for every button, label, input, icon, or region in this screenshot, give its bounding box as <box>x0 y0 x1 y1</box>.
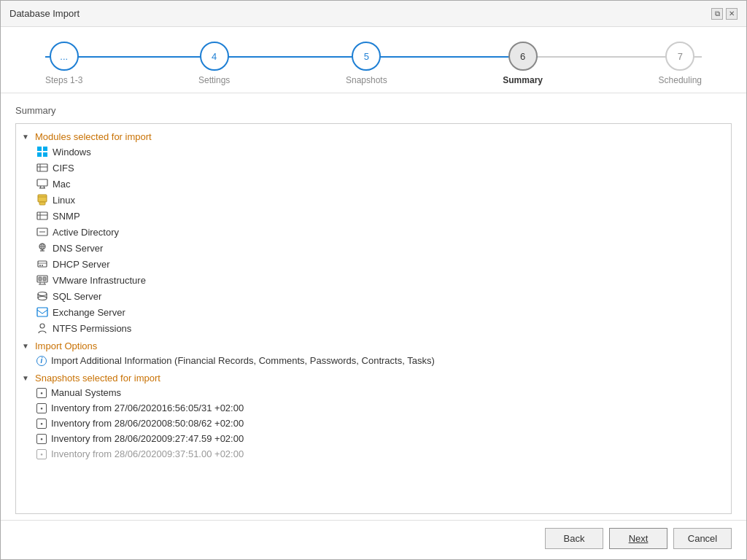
svg-rect-31 <box>43 277 46 281</box>
group-snapshots-label: Snapshots selected for import <box>35 373 160 384</box>
active-directory-icon <box>36 226 48 238</box>
step-scheduling[interactable]: 7 Scheduling <box>659 42 702 85</box>
step-circle-settings: 4 <box>200 42 229 71</box>
camera-icon-manual <box>36 388 47 398</box>
item-linux: Linux <box>34 192 728 208</box>
step-label-steps13: Steps 1-3 <box>45 75 82 85</box>
item-inventory-4-label: Inventory from 28/06/202009:37:51.00 +02… <box>51 448 244 459</box>
camera-icon-inv3 <box>36 434 47 444</box>
tree-container: ▼ Modules selected for import <box>15 123 732 514</box>
dhcp-icon <box>36 258 48 270</box>
collapse-icon-snapshots: ▼ <box>22 374 32 382</box>
svg-point-28 <box>42 265 43 266</box>
svg-point-40 <box>40 324 44 328</box>
group-import-options-label: Import Options <box>35 341 97 351</box>
item-mac: Mac <box>34 176 728 192</box>
tree-scroll[interactable]: ▼ Modules selected for import <box>16 124 731 513</box>
step-circle-scheduling: 7 <box>665 42 694 71</box>
camera-icon-inv4 <box>36 449 47 459</box>
group-modules: ▼ Modules selected for import <box>19 130 728 336</box>
item-snmp: SNMP <box>34 208 728 224</box>
window-title: Database Import <box>9 8 80 19</box>
item-dns-server: DNS Server <box>34 240 728 256</box>
collapse-icon-modules: ▼ <box>22 133 32 141</box>
windows-icon <box>36 146 48 158</box>
item-snmp-label: SNMP <box>53 211 80 222</box>
step-circle-steps13: ... <box>50 42 79 71</box>
group-import-options-header[interactable]: ▼ Import Options <box>19 339 728 353</box>
mac-icon <box>36 178 48 190</box>
step-settings[interactable]: 4 Settings <box>198 42 230 85</box>
next-button[interactable]: Next <box>609 528 667 549</box>
restore-button[interactable]: ⧉ <box>711 8 723 20</box>
svg-rect-2 <box>37 152 42 157</box>
svg-rect-11 <box>38 195 47 202</box>
steps-track: ... Steps 1-3 4 Settings 5 Snapshots 6 <box>45 42 702 85</box>
dns-icon <box>36 242 48 254</box>
svg-rect-0 <box>37 147 42 151</box>
item-mac-label: Mac <box>53 179 71 190</box>
item-dhcp-label: DHCP Server <box>53 259 110 270</box>
svg-rect-1 <box>43 147 47 151</box>
item-ntfs: NTFS Permissions <box>34 320 728 336</box>
item-ntfs-label: NTFS Permissions <box>53 323 131 334</box>
item-exchange-label: Exchange Server <box>53 307 125 318</box>
item-inventory-3: Inventory from 28/06/202009:27:47.59 +02… <box>34 431 728 446</box>
item-dns-label: DNS Server <box>53 243 103 254</box>
item-inventory-2: Inventory from 28/06/202008:50:08/62 +02… <box>34 416 728 431</box>
item-inventory-2-label: Inventory from 28/06/202008:50:08/62 +02… <box>51 418 244 429</box>
exchange-icon <box>36 306 48 318</box>
ntfs-icon <box>36 322 48 334</box>
step-snapshots[interactable]: 5 Snapshots <box>346 42 387 85</box>
svg-point-35 <box>38 292 47 296</box>
svg-rect-30 <box>39 277 42 281</box>
step-steps13[interactable]: ... Steps 1-3 <box>45 42 82 85</box>
cancel-button[interactable]: Cancel <box>673 528 732 549</box>
group-snapshots: ▼ Snapshots selected for import Manual S… <box>19 371 728 462</box>
svg-point-27 <box>39 265 41 266</box>
group-modules-header[interactable]: ▼ Modules selected for import <box>19 130 728 144</box>
item-sql-server: SQL Server <box>34 288 728 304</box>
item-dhcp-server: DHCP Server <box>34 256 728 272</box>
footer: Back Next Cancel <box>1 520 746 559</box>
item-linux-label: Linux <box>53 195 75 206</box>
step-label-summary: Summary <box>503 75 543 85</box>
section-title: Summary <box>15 105 732 116</box>
cifs-icon <box>36 162 48 174</box>
item-manual-systems: Manual Systems <box>34 385 728 400</box>
info-icon: i <box>36 356 47 366</box>
group-snapshots-children: Manual Systems Inventory from 27/06/2020… <box>19 385 728 462</box>
steps-bar: ... Steps 1-3 4 Settings 5 Snapshots 6 <box>1 27 746 93</box>
sql-icon <box>36 290 48 302</box>
step-label-scheduling: Scheduling <box>659 75 702 85</box>
svg-rect-4 <box>37 164 47 171</box>
svg-point-38 <box>38 297 47 300</box>
item-ad-label: Active Directory <box>53 227 119 238</box>
item-vmware: VMware Infrastructure <box>34 272 728 288</box>
svg-rect-39 <box>37 308 47 316</box>
close-button[interactable]: ✕ <box>726 8 738 20</box>
item-exchange-server: Exchange Server <box>34 304 728 320</box>
item-windows: Windows <box>34 144 728 160</box>
group-import-options-children: i Import Additional Information (Financi… <box>19 353 728 368</box>
group-modules-label: Modules selected for import <box>35 131 152 142</box>
group-import-options: ▼ Import Options i Import Additional Inf… <box>19 339 728 368</box>
snmp-icon <box>36 210 48 222</box>
item-windows-label: Windows <box>53 147 91 158</box>
group-snapshots-header[interactable]: ▼ Snapshots selected for import <box>19 371 728 385</box>
svg-rect-13 <box>39 202 45 205</box>
item-cifs-label: CIFS <box>53 163 74 174</box>
item-cifs: CIFS <box>34 160 728 176</box>
camera-icon-inv2 <box>36 419 47 429</box>
step-label-settings: Settings <box>198 75 230 85</box>
collapse-icon-import-options: ▼ <box>22 342 32 350</box>
step-summary[interactable]: 6 Summary <box>503 42 543 85</box>
item-import-additional-label: Import Additional Information (Financial… <box>51 355 435 366</box>
back-button[interactable]: Back <box>545 528 603 549</box>
item-inventory-3-label: Inventory from 28/06/202009:27:47.59 +02… <box>51 433 244 444</box>
step-filled-line <box>45 56 538 58</box>
group-modules-children: Windows CIFS <box>19 144 728 336</box>
svg-rect-14 <box>37 212 47 219</box>
item-active-directory: Active Directory <box>34 224 728 240</box>
camera-icon-inv1 <box>36 403 47 413</box>
